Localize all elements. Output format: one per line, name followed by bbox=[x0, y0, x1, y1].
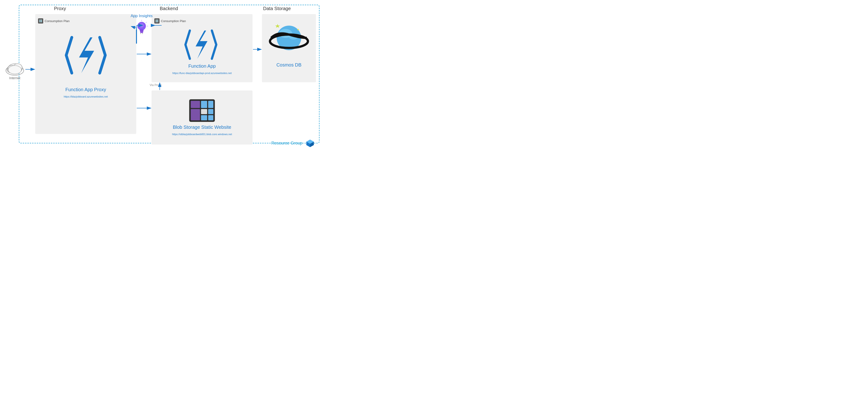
diagram-container: Resource Group Proxy Backend Frontend Da… bbox=[0, 0, 329, 150]
svg-line-46 bbox=[146, 22, 147, 23]
svg-rect-12 bbox=[39, 20, 40, 21]
svg-rect-27 bbox=[191, 109, 200, 120]
frontend-panel: Blob Storage Static Website https://stbl… bbox=[152, 90, 252, 145]
cosmos-svg bbox=[267, 20, 311, 56]
svg-rect-29 bbox=[201, 115, 207, 120]
function-app-title: Function App bbox=[163, 63, 241, 69]
svg-marker-22 bbox=[196, 31, 208, 59]
app-insights-container: App Insights bbox=[131, 13, 153, 37]
proxy-panel: Consumption Plan Function App Proxy http… bbox=[35, 14, 136, 134]
svg-rect-18 bbox=[156, 20, 157, 21]
app-insights-label: App Insights bbox=[131, 13, 153, 18]
bolt-svg-backend bbox=[179, 27, 223, 62]
svg-rect-31 bbox=[208, 115, 213, 120]
data-storage-panel: Cosmos DB bbox=[262, 14, 316, 82]
svg-rect-15 bbox=[41, 21, 42, 22]
resource-group-label: Resource Group bbox=[271, 139, 315, 148]
svg-rect-28 bbox=[201, 109, 207, 114]
svg-rect-13 bbox=[41, 20, 42, 21]
svg-point-39 bbox=[139, 23, 144, 28]
cosmos-db-title: Cosmos DB bbox=[262, 62, 316, 68]
svg-marker-36 bbox=[275, 24, 280, 28]
consumption-plan-proxy-badge: Consumption Plan bbox=[38, 18, 69, 24]
svg-rect-25 bbox=[201, 101, 207, 108]
function-app-proxy-title: Function App Proxy bbox=[47, 87, 124, 92]
svg-rect-26 bbox=[208, 101, 213, 108]
blob-svg bbox=[183, 95, 221, 123]
internet-label: Internet bbox=[4, 76, 25, 80]
svg-rect-20 bbox=[156, 21, 157, 22]
svg-marker-16 bbox=[79, 37, 94, 73]
cloud-icon bbox=[4, 60, 25, 77]
consumption-icon-proxy bbox=[38, 18, 43, 24]
function-bolt-proxy bbox=[63, 33, 108, 79]
consumption-icon-backend bbox=[154, 18, 159, 24]
function-app-proxy-url: https://blazjobboard.azurewebsites.net bbox=[42, 95, 129, 98]
lightbulb-svg bbox=[134, 20, 149, 36]
svg-rect-30 bbox=[208, 109, 213, 114]
function-bolt-backend bbox=[179, 27, 223, 63]
svg-rect-41 bbox=[140, 31, 143, 32]
svg-rect-19 bbox=[157, 20, 158, 21]
consumption-plan-backend-badge: Consumption Plan bbox=[154, 18, 186, 24]
plan-icon-backend bbox=[155, 19, 159, 23]
resource-group-text: Resource Group bbox=[271, 141, 302, 146]
cube-icon bbox=[305, 139, 315, 148]
svg-rect-40 bbox=[140, 30, 144, 31]
internet-cloud: Internet bbox=[4, 60, 25, 80]
svg-rect-21 bbox=[157, 21, 158, 22]
blob-storage-title: Blob Storage Static Website bbox=[156, 125, 248, 130]
via-proxy-label: Via Proxy bbox=[150, 84, 162, 87]
blob-storage-icon bbox=[183, 95, 221, 124]
svg-rect-42 bbox=[140, 32, 143, 33]
datastorage-label: Data Storage bbox=[263, 6, 291, 11]
backend-panel: Consumption Plan Function App https://fu… bbox=[152, 14, 252, 82]
svg-rect-14 bbox=[39, 21, 40, 22]
cosmos-db-icon bbox=[267, 20, 311, 57]
bolt-svg-proxy bbox=[63, 33, 108, 78]
svg-point-10 bbox=[8, 66, 21, 74]
blob-storage-url: https://stblazjobboardweb001.blob.core.w… bbox=[154, 133, 250, 135]
function-app-url: https://func-blazjobboardapi-prod.azurew… bbox=[154, 72, 250, 74]
app-insights-icon bbox=[131, 20, 153, 37]
plan-icon bbox=[39, 19, 42, 23]
proxy-label: Proxy bbox=[54, 6, 66, 11]
backend-label: Backend bbox=[160, 6, 178, 11]
svg-rect-24 bbox=[191, 101, 200, 108]
